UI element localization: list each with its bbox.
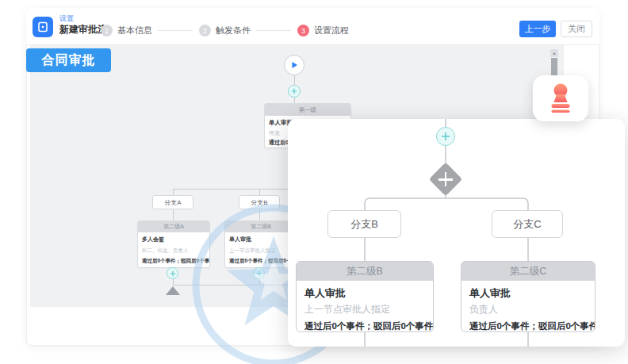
close-button[interactable]: 关闭 <box>561 21 592 37</box>
approval-node-level2a[interactable]: 第二级A 多人会签 和二、何龙、负责人 通过后0个事件；驳回后0个事件 <box>137 220 210 268</box>
connector-line <box>173 285 294 285</box>
step-connector <box>256 30 291 31</box>
approve-type: 单人审批 <box>225 232 297 245</box>
page: 设置 新建审批流 1 基本信息 2 触发条件 3 设置流程 上一步 关闭 合同审… <box>0 0 628 364</box>
connector-line <box>294 75 295 85</box>
approval-node-level2b-zoom[interactable]: 第二级B 单人审批 上一节点审批人指定 通过后0个事件；驳回后0个事件 <box>296 261 434 332</box>
scrollbar-up-icon[interactable]: ▲ <box>550 49 558 57</box>
branch-b-node[interactable]: 分支B <box>239 195 280 209</box>
connector-line <box>173 189 294 190</box>
step-connector <box>158 30 193 31</box>
step-indicator: 1 基本信息 2 触发条件 3 设置流程 <box>101 25 354 36</box>
page-title: 新建审批流 <box>59 24 107 35</box>
plus-icon <box>441 132 450 141</box>
node-title: 第一级 <box>265 104 350 116</box>
approve-type: 单人审批 <box>469 285 587 301</box>
merge-triangle-icon <box>166 286 180 295</box>
step-2-label: 触发条件 <box>216 25 251 36</box>
events-summary: 通过后0个事件；驳回后0个事件 <box>138 255 209 266</box>
stamp-icon <box>546 82 575 114</box>
approval-node-level2c-zoom[interactable]: 第二级C 单人审批 负责人 通过后0个事件；驳回后0个事件 <box>461 261 595 332</box>
add-node-button[interactable] <box>253 267 265 279</box>
stamp-card[interactable] <box>533 75 588 121</box>
step-1-circle[interactable]: 1 <box>101 25 113 36</box>
step-2-circle[interactable]: 2 <box>199 25 211 36</box>
flow-name-badge: 合同审批 <box>26 48 111 72</box>
connector-line <box>294 98 295 103</box>
add-node-button[interactable] <box>436 127 455 146</box>
plus-icon <box>291 88 297 94</box>
add-node-button[interactable] <box>167 267 178 279</box>
gateway-plus-icon <box>445 172 447 186</box>
connector-line <box>259 279 260 285</box>
assignee: 负责人 <box>469 301 587 318</box>
connector-line <box>259 189 260 195</box>
approve-type: 单人审批 <box>304 285 425 301</box>
previous-step-button[interactable]: 上一步 <box>519 21 556 37</box>
app-category-label: 设置 <box>59 14 74 23</box>
branch-a-node[interactable]: 分支A <box>152 195 193 209</box>
step-3-label: 设置流程 <box>314 25 349 36</box>
connector-line <box>173 209 174 220</box>
app-icon <box>33 17 53 37</box>
node-title: 第二级B <box>297 262 433 281</box>
connector-line <box>259 209 260 220</box>
zoom-detail-panel: 分支B 分支C 第二级B 单人审批 上一节点审批人指定 通过后0个事件；驳回后0… <box>288 119 625 347</box>
connector-line <box>173 279 174 285</box>
events-summary: 通过后0个事件；驳回后0个事件 <box>225 255 297 266</box>
plus-icon <box>256 270 262 277</box>
node-title: 第二级B <box>225 221 297 232</box>
add-node-button[interactable] <box>288 85 301 98</box>
approval-node-level2b[interactable]: 第二级B 单人审批 上一节点审批人指定 通过后0个事件；驳回后0个事件 <box>224 220 297 268</box>
start-node[interactable] <box>284 55 304 75</box>
play-icon <box>290 61 298 69</box>
step-3-circle[interactable]: 3 <box>297 25 309 36</box>
connector-line <box>173 189 174 195</box>
branch-b-node[interactable]: 分支B <box>327 210 401 238</box>
node-title: 第二级A <box>138 221 209 232</box>
plus-icon <box>170 270 176 277</box>
assignee: 上一节点审批人指定 <box>304 301 425 318</box>
step-1-label: 基本信息 <box>117 25 152 36</box>
top-bar: 设置 新建审批流 1 基本信息 2 触发条件 3 设置流程 上一步 关闭 <box>26 8 599 45</box>
branch-c-node[interactable]: 分支C <box>492 210 563 238</box>
assignee: 和二、何龙、负责人 <box>138 245 209 255</box>
assignee: 上一节点审批人指定 <box>225 245 297 255</box>
clipboard-icon <box>37 21 48 33</box>
approve-type: 多人会签 <box>138 232 209 245</box>
node-title: 第二级C <box>461 262 595 281</box>
events-summary: 通过后0个事件；驳回后0个事件 <box>469 318 587 332</box>
events-summary: 通过后0个事件；驳回后0个事件 <box>304 318 425 332</box>
